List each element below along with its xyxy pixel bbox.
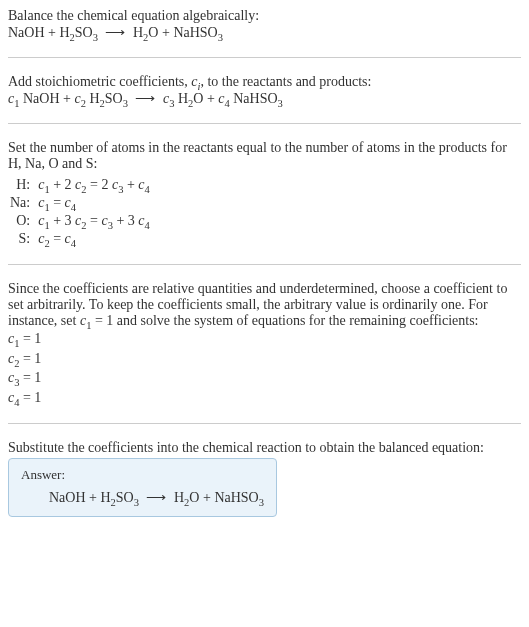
unbalanced-equation: NaOH + H2SO3 ⟶ H2O + NaHSO3 — [8, 24, 521, 41]
text-fragment: , to the reactants and products: — [200, 74, 371, 89]
coef-line: c2 = 1 — [8, 349, 521, 369]
element-equation: c1 = c4 — [36, 194, 156, 212]
eq-term: H — [174, 91, 188, 106]
coef-line: c4 = 1 — [8, 388, 521, 408]
element-label: H: — [8, 176, 36, 194]
eq-term: O — [148, 25, 158, 40]
element-label: S: — [8, 230, 36, 248]
text-fragment: = 1 and solve the system of equations fo… — [91, 313, 478, 328]
eq-term: NaOH — [49, 490, 86, 505]
element-equation: c1 + 2 c2 = 2 c3 + c4 — [36, 176, 156, 194]
element-label: O: — [8, 212, 36, 230]
eq-term: NaHSO — [230, 91, 278, 106]
eq-term: H — [59, 25, 69, 40]
element-equation: c2 = c4 — [36, 230, 156, 248]
eq-plus: + — [158, 25, 173, 40]
eq-term: H — [86, 91, 100, 106]
atoms-row: O:c1 + 3 c2 = c3 + 3 c4 — [8, 212, 156, 230]
eq-term: O + — [193, 91, 218, 106]
eq-term: SO — [75, 25, 93, 40]
final-text: Substitute the coefficients into the che… — [8, 440, 521, 456]
eq-term: NaHSO — [214, 490, 258, 505]
solve-text: Since the coefficients are relative quan… — [8, 281, 521, 329]
coef-values: c1 = 1c2 = 1c3 = 1c4 = 1 — [8, 329, 521, 407]
coef-equation: c1 NaOH + c2 H2SO3 ⟶ c3 H2O + c4 NaHSO3 — [8, 90, 521, 107]
atoms-row: H:c1 + 2 c2 = 2 c3 + c4 — [8, 176, 156, 194]
stoich-text: Add stoichiometric coefficients, ci, to … — [8, 74, 521, 90]
arrow-icon: ⟶ — [128, 91, 163, 106]
eq-term: NaHSO — [173, 25, 217, 40]
eq-term: SO — [116, 490, 134, 505]
eq-sub: 3 — [259, 497, 264, 508]
eq-term: H — [174, 490, 184, 505]
balanced-equation: NaOH + H2SO3 ⟶ H2O + NaHSO3 — [21, 489, 264, 506]
divider — [8, 57, 521, 58]
eq-sub: 3 — [278, 98, 283, 109]
eq-term: NaOH + — [19, 91, 74, 106]
arrow-icon: ⟶ — [98, 25, 133, 40]
eq-plus: + — [86, 490, 101, 505]
answer-label: Answer: — [21, 467, 264, 483]
divider — [8, 264, 521, 265]
atoms-intro: Set the number of atoms in the reactants… — [8, 140, 521, 172]
eq-term: SO — [105, 91, 123, 106]
element-equation: c1 + 3 c2 = c3 + 3 c4 — [36, 212, 156, 230]
intro-section: Balance the chemical equation algebraica… — [8, 8, 521, 41]
eq-term: H — [133, 25, 143, 40]
eq-plus: + — [45, 25, 60, 40]
coef-line: c1 = 1 — [8, 329, 521, 349]
eq-sub: 3 — [218, 32, 223, 43]
text-fragment: Add stoichiometric coefficients, — [8, 74, 191, 89]
arrow-icon: ⟶ — [139, 490, 174, 505]
final-section: Substitute the coefficients into the che… — [8, 440, 521, 517]
atoms-row: S:c2 = c4 — [8, 230, 156, 248]
divider — [8, 123, 521, 124]
coef-line: c3 = 1 — [8, 368, 521, 388]
intro-text: Balance the chemical equation algebraica… — [8, 8, 521, 24]
eq-term: H — [100, 490, 110, 505]
eq-term: O — [189, 490, 199, 505]
solve-section: Since the coefficients are relative quan… — [8, 281, 521, 407]
eq-plus: + — [199, 490, 214, 505]
atoms-table: H:c1 + 2 c2 = 2 c3 + c4Na:c1 = c4O:c1 + … — [8, 176, 156, 248]
eq-term: NaOH — [8, 25, 45, 40]
answer-box: Answer: NaOH + H2SO3 ⟶ H2O + NaHSO3 — [8, 458, 277, 517]
stoich-section: Add stoichiometric coefficients, ci, to … — [8, 74, 521, 107]
atoms-section: Set the number of atoms in the reactants… — [8, 140, 521, 248]
atoms-row: Na:c1 = c4 — [8, 194, 156, 212]
divider — [8, 423, 521, 424]
element-label: Na: — [8, 194, 36, 212]
